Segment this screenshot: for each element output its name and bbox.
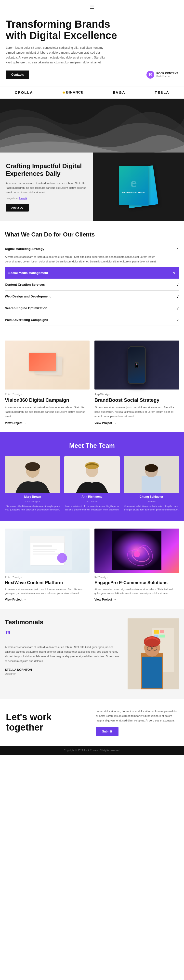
view-project-vision360[interactable]: View Project→ [5, 421, 90, 425]
testimonials-section: Testimonials " At vero eos et accusam et… [0, 609, 184, 699]
team-avatar-mary [5, 457, 60, 493]
service-item-content[interactable]: Content Creation Services ∨ [5, 278, 179, 290]
team-role-mary: Lead Designer [26, 500, 40, 503]
hero-description: Lorem ipsum dolor sit amet, consectetur … [6, 46, 111, 65]
service-name-digital-marketing: Digital Marketing Strategy [5, 247, 44, 251]
project2-title-nextwave: NextWave Content Platform [5, 580, 90, 585]
team-avatar-ann [64, 457, 120, 493]
project-desc-brandboost: At vero eos et accusam et justo duo dolo… [94, 406, 179, 418]
cta-title: Let's work together [6, 712, 88, 733]
chevron-down-icon-social: ∨ [173, 270, 176, 275]
navigation: ☰ [0, 0, 184, 14]
project-desc-vision360: At vero eos et accusam et justo duo dolo… [5, 406, 90, 418]
cta-right: Lorem dolor sit amet, Lorem ipsum dolor … [96, 709, 178, 736]
contacts-button[interactable]: Contacts [6, 70, 29, 79]
team-avatar-chung [124, 457, 179, 493]
project2-title-engagepro: EngagePro E-Commerce Solutions [94, 580, 179, 585]
project2-tag-nextwave: Print/Design [5, 576, 90, 579]
svg-point-20 [57, 553, 67, 563]
service-name-seo: Search Engine Optimization [5, 306, 47, 310]
team-role-ann: Art Director [86, 500, 98, 503]
testimonials-left: Testimonials " At vero eos et accusam et… [5, 619, 122, 689]
view-project-brandboost[interactable]: View Project→ [94, 421, 179, 425]
service-item-digital-marketing[interactable]: Digital Marketing Strategy ∧ At vero eos… [5, 243, 179, 267]
view-project-engagepro[interactable]: View Project→ [94, 598, 179, 601]
hero-image [0, 99, 184, 153]
footer: Copyright © 2024 Rock Content. All right… [0, 746, 184, 755]
svg-point-4 [25, 462, 40, 471]
project2-tag-engagepro: 3d/Design [94, 576, 179, 579]
freepik-link[interactable]: Freepik [19, 197, 27, 200]
project2-desc-nextwave: At vero eos et accusam et justo duo dolo… [5, 587, 90, 595]
team-card-chung: Chung Schlueter Dev Lead Diam amet nirhc… [124, 457, 179, 511]
svg-rect-16 [33, 545, 52, 547]
project-card-brandboost: 📱 App/Design BrandBoost Social Strategy … [94, 340, 179, 425]
svg-rect-26 [160, 630, 164, 633]
svg-rect-15 [30, 536, 64, 543]
svg-point-22 [134, 551, 140, 557]
hero-title: Transforming Brands with Digital Excelle… [6, 19, 119, 41]
project-tag-brandboost: App/Design [94, 393, 179, 396]
project-card-engagepro: 3d/Design EngagePro E-Commerce Solutions… [94, 528, 179, 601]
service-name-content: Content Creation Services [5, 283, 45, 286]
service-item-seo[interactable]: Search Engine Optimization ∨ [5, 302, 179, 314]
brand-badge: R ROCK CONTENT Digital Agency [146, 71, 178, 79]
brochure-title: Bifold Brochure Mockup [120, 191, 147, 194]
service-item-web-design[interactable]: Web Design and Development ∨ [5, 290, 179, 302]
logo-tesla: TESLA [155, 90, 169, 94]
project-title-vision360: Vision360 Digital Campaign [5, 397, 90, 403]
cta-submit-button[interactable]: Submit [96, 727, 118, 736]
service-item-paid-ads[interactable]: Paid Advertising Campaigns ∨ [5, 314, 179, 326]
team-name-ann: Ann Richmond [82, 495, 102, 498]
hero-section: Transforming Brands with Digital Excelle… [0, 14, 184, 86]
brochure-mockup: e Bifold Brochure Mockup [118, 164, 160, 210]
about-description: At vero eos et accusam et justo duo dolo… [6, 181, 87, 195]
team-card-ann: Ann Richmond Art Director Diam amet nirh… [64, 457, 120, 511]
about-image-credit: Image from Freepik [6, 197, 87, 200]
projects-section: Print/Design Vision360 Digital Campaign … [0, 336, 184, 432]
service-name-paid-ads: Paid Advertising Campaigns [5, 318, 48, 322]
team-desc-ann: Diam amet nirhcil Hlorca molestie ante u… [64, 505, 120, 511]
cta-section: Let's work together Lorem dolor sit amet… [0, 699, 184, 746]
brand-sub: Digital Agency [156, 75, 178, 77]
about-section: Crafting Impactful Digital Experiences D… [0, 153, 184, 221]
testimonial-text: At vero eos et accusam et justo duo dolo… [5, 645, 122, 664]
logo-crolla: CROLLA [15, 90, 33, 94]
footer-copyright: Copyright © 2024 Rock Content. All right… [5, 749, 179, 752]
projects2-section: Print/Design NextWave Content Platform A… [0, 521, 184, 609]
project-image-notepad [5, 528, 90, 573]
logo-evga: EVGA [113, 90, 125, 94]
service-name-social-media: Social Media Management [8, 271, 48, 275]
about-left: Crafting Impactful Digital Experiences D… [0, 153, 93, 221]
svg-rect-17 [33, 549, 57, 550]
service-name-web-design: Web Design and Development [5, 294, 51, 298]
team-desc-chung: Diam amet nirhcil Hlorca molestie ante u… [124, 505, 179, 511]
about-right: e Bifold Brochure Mockup [93, 153, 184, 221]
team-section: Meet The Team Mary Brown Lead Designer D… [0, 432, 184, 521]
hamburger-icon[interactable]: ☰ [90, 4, 94, 10]
testimonials-right [128, 619, 179, 689]
team-name-mary: Mary Brown [24, 495, 41, 498]
testimonials-title: Testimonials [5, 619, 122, 626]
team-grid: Mary Brown Lead Designer Diam amet nirhc… [5, 457, 179, 511]
chevron-down-icon-content: ∨ [176, 282, 179, 287]
project-title-brandboost: BrandBoost Social Strategy [94, 397, 179, 403]
logos-strip: CROLLA ◆BINANCE EVGA TESLA [0, 86, 184, 99]
cta-left: Let's work together [6, 712, 88, 733]
svg-rect-25 [154, 630, 159, 633]
quote-mark: " [5, 630, 122, 641]
project-image-phone: 📱 [94, 340, 179, 390]
svg-rect-19 [33, 554, 59, 555]
services-section: What We Can Do for Our Clients Digital M… [0, 221, 184, 336]
chevron-down-icon-seo: ∨ [176, 306, 179, 310]
logo-binance: ◆BINANCE [62, 90, 84, 94]
svg-rect-28 [160, 635, 165, 638]
testimonial-author: STELLA NORHTON [5, 668, 122, 671]
service-item-social-media[interactable]: Social Media Management ∨ [5, 267, 179, 278]
services-title: What We Can Do for Our Clients [5, 231, 179, 238]
svg-rect-35 [142, 657, 162, 689]
about-button[interactable]: About Us [6, 204, 29, 212]
view-project-nextwave[interactable]: View Project→ [5, 598, 90, 601]
brochure-letter: e [130, 178, 137, 189]
chevron-down-icon-paid: ∨ [176, 318, 179, 322]
